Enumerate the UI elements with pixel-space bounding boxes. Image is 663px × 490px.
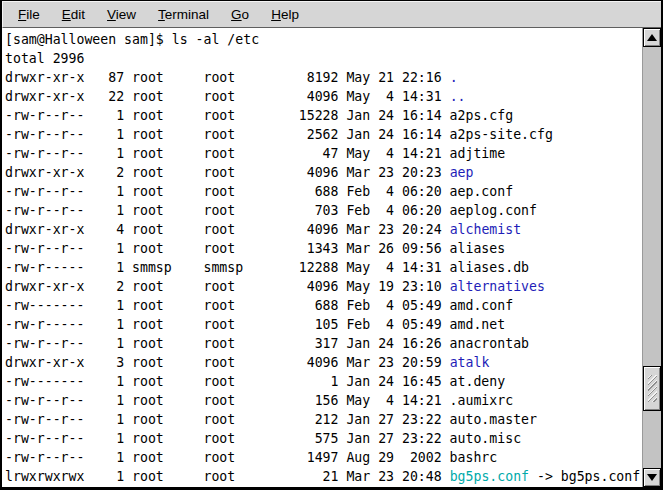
scrollbar-trough[interactable]	[643, 47, 661, 468]
terminal-line: drwxr-xr-x 2 root root 4096 May 19 23:10…	[5, 277, 642, 296]
scrollbar-thumb-grip	[648, 375, 657, 402]
terminal-line: -rw-r--r-- 1 root root 688 Feb 4 06:20 a…	[5, 182, 642, 201]
terminal-line: -rw-r--r-- 1 root root 575 Jan 27 23:22 …	[5, 429, 642, 448]
scroll-down-icon	[647, 474, 657, 481]
terminal-line: -rw-r--r-- 1 root root 47 May 4 14:21 ad…	[5, 144, 642, 163]
terminal-line: -rw-r--r-- 1 root root 317 Jan 24 16:26 …	[5, 334, 642, 353]
terminal-line: -rw-r--r-- 1 root root 703 Feb 4 06:20 a…	[5, 201, 642, 220]
directory-name: atalk	[450, 355, 490, 370]
terminal-line: drwxr-xr-x 22 root root 4096 May 4 14:31…	[5, 87, 642, 106]
terminal-line: drwxr-xr-x 3 root root 4096 Mar 23 20:59…	[5, 353, 642, 372]
terminal-line: -rw-r----- 1 smmsp smmsp 12288 May 4 14:…	[5, 258, 642, 277]
scrollbar-thumb[interactable]	[643, 366, 661, 411]
terminal-line: -rw-r--r-- 1 root root 2562 Jan 24 16:14…	[5, 125, 642, 144]
menu-view[interactable]: View	[96, 4, 147, 26]
terminal-line: drwxr-xr-x 2 root root 4096 Mar 23 20:23…	[5, 163, 642, 182]
terminal-line: -rw-r--r-- 1 root root 1497 Aug 29 2002 …	[5, 448, 642, 467]
menubar: FileEditViewTerminalGoHelp	[2, 1, 661, 28]
menu-go[interactable]: Go	[220, 4, 260, 26]
symlink-name: bg5ps.conf	[450, 469, 529, 484]
terminal-line: -rw------- 1 root root 688 Feb 4 05:49 a…	[5, 296, 642, 315]
terminal-output[interactable]: [sam@Halloween sam]$ ls -al /etctotal 29…	[2, 28, 642, 487]
terminal-line: total 2996	[5, 49, 642, 68]
terminal-line: -rw-r----- 1 root root 105 Feb 4 05:49 a…	[5, 315, 642, 334]
terminal-line: -rw------- 1 root root 1 Jan 24 16:45 at…	[5, 372, 642, 391]
scroll-down-button[interactable]	[643, 468, 661, 487]
directory-name: ..	[450, 89, 466, 104]
menu-edit[interactable]: Edit	[51, 4, 96, 26]
terminal-line: lrwxrwxrwx 1 root root 21 Mar 23 20:48 b…	[5, 467, 642, 486]
menu-help[interactable]: Help	[260, 4, 310, 26]
terminal-line: drwxr-xr-x 4 root root 4096 Mar 23 20:24…	[5, 220, 642, 239]
terminal-line: -rw-r--r-- 1 root root 212 Jan 27 23:22 …	[5, 410, 642, 429]
terminal-line: -rw-r--r-- 1 root root 15228 Jan 24 16:1…	[5, 106, 642, 125]
terminal-line: drwxr-xr-x 87 root root 8192 May 21 22:1…	[5, 68, 642, 87]
terminal-content: [sam@Halloween sam]$ ls -al /etctotal 29…	[2, 28, 661, 487]
terminal-window: FileEditViewTerminalGoHelp [sam@Hallowee…	[0, 0, 663, 490]
directory-name: alternatives	[450, 279, 545, 294]
terminal-line: -rw-r--r-- 1 root root 1343 Mar 26 09:56…	[5, 239, 642, 258]
terminal-line: -rw-r--r-- 1 root root 156 May 4 14:21 .…	[5, 391, 642, 410]
terminal-line: [sam@Halloween sam]$ ls -al /etc	[5, 30, 642, 49]
scroll-up-button[interactable]	[643, 28, 661, 47]
directory-name: aep	[450, 165, 474, 180]
scroll-up-icon	[647, 34, 657, 41]
vertical-scrollbar[interactable]	[642, 28, 661, 487]
menu-file[interactable]: File	[7, 4, 51, 26]
directory-name: .	[450, 70, 458, 85]
menu-terminal[interactable]: Terminal	[147, 4, 220, 26]
directory-name: alchemist	[450, 222, 521, 237]
